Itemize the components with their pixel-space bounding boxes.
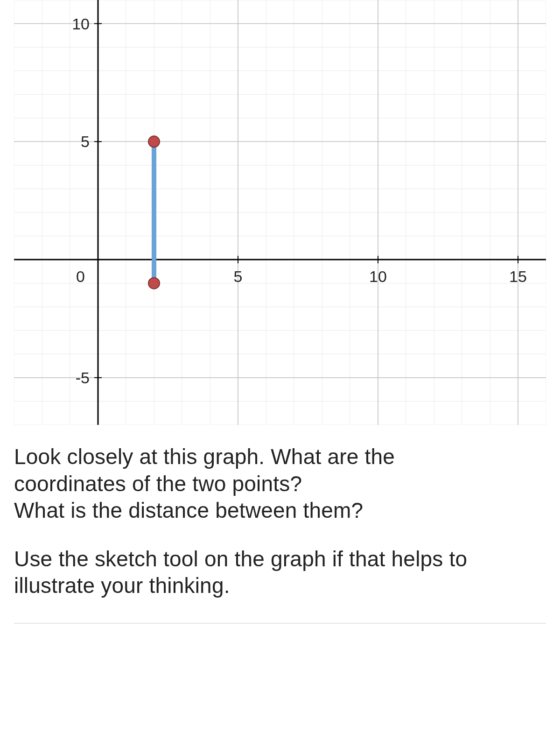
svg-text:0: 0 bbox=[76, 268, 85, 285]
svg-text:-5: -5 bbox=[76, 369, 90, 387]
svg-text:5: 5 bbox=[234, 268, 243, 285]
separator bbox=[14, 623, 546, 624]
question-line: illustrate your thinking. bbox=[14, 573, 230, 598]
minor-gridlines bbox=[14, 0, 546, 425]
question-line: What is the distance between them? bbox=[14, 498, 363, 522]
question-line: Look closely at this graph. What are the bbox=[14, 444, 395, 469]
question-line: coordinates of the two points? bbox=[14, 472, 302, 496]
svg-text:15: 15 bbox=[509, 268, 527, 285]
question-text: Look closely at this graph. What are the… bbox=[14, 444, 546, 599]
svg-text:5: 5 bbox=[81, 133, 90, 150]
tick-labels: 510150-5510 bbox=[72, 15, 527, 387]
svg-text:10: 10 bbox=[369, 268, 387, 285]
graph-svg[interactable]: 510150-5510 bbox=[14, 0, 546, 425]
svg-point-65 bbox=[148, 136, 160, 147]
svg-point-66 bbox=[148, 278, 160, 289]
question-line: Use the sketch tool on the graph if that… bbox=[14, 547, 467, 571]
svg-text:10: 10 bbox=[72, 15, 90, 33]
coordinate-graph[interactable]: 510150-5510 bbox=[14, 0, 546, 425]
